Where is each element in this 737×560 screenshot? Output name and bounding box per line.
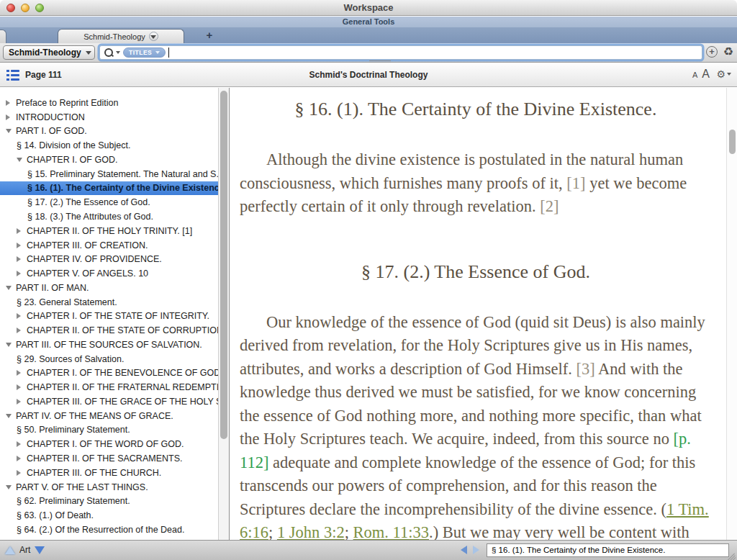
tab-bar: Schmid-Theology + — [0, 27, 737, 43]
footnote-marker[interactable]: [3] — [576, 360, 594, 378]
footnote-marker[interactable]: [1] — [566, 174, 585, 192]
current-section-field[interactable]: § 16. (1). The Certainty of the Divine E… — [487, 543, 729, 557]
toc-item[interactable]: CHAPTER III. OF CREATION. — [0, 238, 218, 253]
toc-item[interactable]: CHAPTER V. OF ANGELS. 10 — [0, 266, 218, 281]
toc-item[interactable]: § 14. Division of the Subject. — [0, 138, 218, 153]
gear-arrow-icon — [727, 73, 731, 76]
history-navigation — [461, 546, 479, 554]
toc-item[interactable]: § 17. (2.) The Essence of God. — [0, 195, 218, 209]
search-icon[interactable] — [104, 48, 114, 58]
content-header: Page 111 Schmid's Doctrinal Theology A A… — [0, 63, 737, 87]
toc-item-label: PART I. OF GOD. — [16, 126, 87, 136]
workspace-subtitle-band: General Tools — [0, 17, 737, 27]
toc-item[interactable]: § 50. Preliminary Statement. — [0, 423, 218, 438]
tab-schmid-theology[interactable]: Schmid-Theology — [58, 29, 184, 43]
add-parallel-icon[interactable]: + — [706, 46, 718, 58]
disclosure-expanded-icon[interactable] — [6, 485, 16, 489]
toc-item[interactable]: § 29. Sources of Salvation. — [0, 352, 218, 366]
toc-item[interactable]: CHAPTER III. OF THE CHURCH. — [0, 466, 218, 480]
disclosure-collapsed-icon[interactable] — [17, 328, 27, 333]
toc-item[interactable]: PART IV. OF THE MEANS OF GRACE. — [0, 409, 218, 423]
decrease-font-button[interactable]: A — [692, 71, 697, 79]
toc-item[interactable]: Preface to Reprint Edition — [0, 96, 218, 110]
window-resize-grip[interactable] — [726, 549, 736, 559]
scripture-link[interactable]: 1 John 3:2 — [277, 523, 345, 540]
toc-item[interactable]: CHAPTER II. OF THE STATE OF CORRUPTION. — [0, 323, 218, 338]
toc-item[interactable]: § 16. (1). The Certainty of the Divine E… — [0, 181, 218, 196]
article-stepper: Art — [5, 545, 45, 555]
search-options-arrow-icon[interactable] — [116, 51, 120, 54]
toc-item[interactable]: CHAPTER IV. OF PROVIDENCE. — [0, 252, 218, 266]
tab-menu-icon[interactable] — [149, 32, 158, 41]
sidebar-scroll-thumb[interactable] — [220, 91, 227, 439]
disclosure-collapsed-icon[interactable] — [17, 384, 27, 390]
main-scroll-thumb[interactable] — [729, 130, 736, 154]
disclosure-collapsed-icon[interactable] — [17, 228, 27, 234]
toc-item[interactable]: § 18. (3.) The Attributes of God. — [0, 209, 218, 224]
disclosure-collapsed-icon[interactable] — [17, 399, 27, 405]
book-selector-label: Schmid-Theology — [9, 48, 81, 58]
toc-item[interactable]: PART V. OF THE LAST THINGS. — [0, 480, 218, 494]
toc-item-label: § 64. (2.) Of the Resurrection of the De… — [17, 525, 184, 535]
scripture-link[interactable]: Rom. 11:33 — [353, 523, 429, 540]
next-article-icon[interactable] — [35, 546, 45, 554]
gear-icon: ⚙ — [716, 68, 725, 80]
toc-item-label: § 23. General Statement. — [17, 297, 117, 307]
footnote-marker[interactable]: [2] — [540, 197, 559, 215]
toc-item[interactable]: CHAPTER II. OF THE FRATERNAL REDEMPTI... — [0, 380, 218, 394]
increase-font-button[interactable]: A — [702, 68, 710, 81]
toc-item[interactable]: CHAPTER I. OF GOD. — [0, 153, 218, 167]
disclosure-expanded-icon[interactable] — [6, 343, 16, 347]
search-scope-pill[interactable]: TITLES — [123, 48, 166, 58]
toc-item-label: § 62. Preliminary Statement. — [17, 496, 130, 506]
search-scope-label: TITLES — [129, 49, 152, 56]
toc-item[interactable]: § 15. Preliminary Statement. The Natural… — [0, 167, 218, 181]
disclosure-collapsed-icon[interactable] — [6, 114, 16, 120]
toc-item-label: § 18. (3.) The Attributes of God. — [27, 212, 153, 222]
toc-item[interactable]: PART I. OF GOD. — [0, 125, 218, 139]
toc-item-label: PART V. OF THE LAST THINGS. — [16, 482, 148, 492]
disclosure-collapsed-icon[interactable] — [17, 456, 27, 461]
workspace-subtitle: General Tools — [0, 17, 737, 27]
book-selector-dropdown[interactable]: Schmid-Theology — [3, 45, 95, 60]
table-of-contents-pane: Preface to Reprint EditionINTRODUCTIONPA… — [0, 88, 218, 540]
disclosure-collapsed-icon[interactable] — [17, 256, 27, 262]
disclosure-expanded-icon[interactable] — [6, 414, 16, 418]
toc-item[interactable]: § 23. General Statement. — [0, 295, 218, 310]
new-tab-button[interactable]: + — [202, 27, 217, 42]
toc-item[interactable]: CHAPTER II. OF THE SACRAMENTS. — [0, 451, 218, 466]
search-input[interactable]: TITLES — [99, 45, 702, 60]
toc-item-label: CHAPTER I. OF GOD. — [27, 155, 117, 165]
toc-item[interactable]: INTRODUCTION — [0, 110, 218, 125]
toc-item[interactable]: CHAPTER I. OF THE BENEVOLENCE OF GOD... — [0, 366, 218, 381]
disclosure-expanded-icon[interactable] — [17, 158, 27, 162]
toc-item[interactable]: § 62. Preliminary Statement. — [0, 494, 218, 508]
toc-item[interactable]: CHAPTER I. OF THE WORD OF GOD. — [0, 437, 218, 451]
toc-item[interactable]: CHAPTER I. OF THE STATE OF INTEGRITY. — [0, 309, 218, 323]
font-size-controls[interactable]: A A — [692, 68, 710, 81]
history-back-icon[interactable] — [461, 546, 467, 554]
previous-article-icon[interactable] — [5, 546, 15, 554]
disclosure-collapsed-icon[interactable] — [17, 313, 27, 319]
disclosure-expanded-icon[interactable] — [6, 129, 16, 133]
toc-item[interactable]: § 64. (2.) Of the Resurrection of the De… — [0, 523, 218, 537]
toc-item[interactable]: CHAPTER III. OF THE GRACE OF THE HOLY S.… — [0, 394, 218, 409]
section-heading: § 17. (2.) The Essence of God. — [240, 259, 712, 285]
disclosure-collapsed-icon[interactable] — [6, 100, 16, 106]
disclosure-collapsed-icon[interactable] — [17, 441, 27, 447]
disclosure-collapsed-icon[interactable] — [17, 470, 27, 476]
toc-item[interactable]: PART III. OF THE SOURCES OF SALVATION. — [0, 338, 218, 352]
toc-item[interactable]: CHAPTER II. OF THE HOLY TRINITY. [1] — [0, 224, 218, 238]
sidebar-scrollbar[interactable] — [218, 88, 229, 540]
amplify-icon[interactable]: ♻ — [723, 46, 733, 58]
disclosure-collapsed-icon[interactable] — [17, 243, 27, 248]
history-forward-icon[interactable] — [473, 546, 479, 554]
disclosure-collapsed-icon[interactable] — [17, 271, 27, 276]
main-scrollbar[interactable] — [726, 88, 737, 540]
settings-menu[interactable]: ⚙ — [716, 68, 731, 80]
disclosure-expanded-icon[interactable] — [6, 286, 16, 290]
disclosure-collapsed-icon[interactable] — [17, 370, 27, 376]
title-bar[interactable]: Workspace — [0, 0, 737, 16]
toc-item[interactable]: § 63. (1.) Of Death. — [0, 508, 218, 523]
toc-item[interactable]: PART II. OF MAN. — [0, 281, 218, 295]
